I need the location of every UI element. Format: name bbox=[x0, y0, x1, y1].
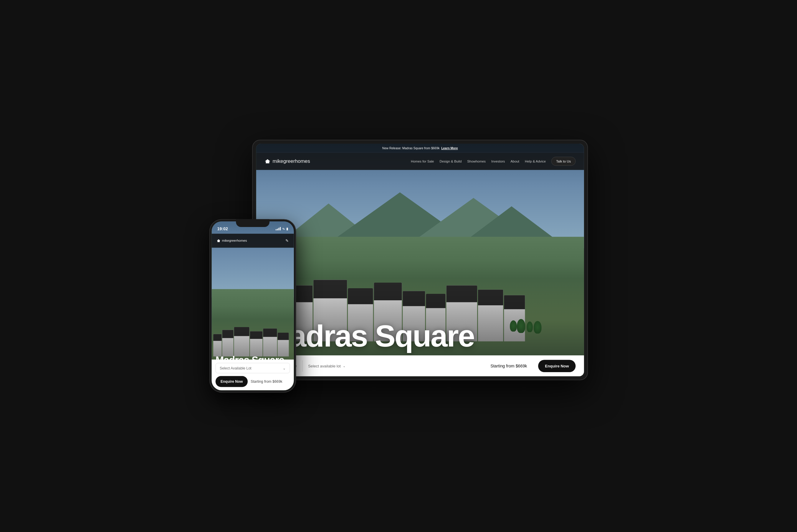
edit-icon[interactable]: ✎ bbox=[285, 238, 289, 243]
logo-text: mikegreerhomes bbox=[273, 158, 310, 164]
phone-price: Starting from $669k bbox=[251, 379, 282, 383]
signal-bar-1 bbox=[275, 229, 276, 230]
signal-bar-2 bbox=[277, 228, 278, 230]
navbar: mikegreerhomes Homes for Sale Design & B… bbox=[256, 152, 584, 170]
announcement-bar: New Release: Madras Square from $669k Le… bbox=[256, 144, 584, 152]
signal-bar-3 bbox=[278, 228, 279, 230]
status-time: 19:02 bbox=[217, 226, 228, 231]
phone-enquire-now-button[interactable]: Enquire Now bbox=[215, 376, 248, 387]
announcement-link[interactable]: Learn More bbox=[441, 146, 458, 150]
lot-selector[interactable]: Select available lot ⌄ bbox=[308, 364, 484, 368]
lot-placeholder: Select available lot bbox=[308, 364, 340, 368]
scene: New Release: Madras Square from $669k Le… bbox=[209, 139, 588, 393]
hero-text: Madras Square bbox=[256, 320, 584, 351]
phone-device: 19:02 ∿ ▮ mi bbox=[209, 219, 296, 393]
logo[interactable]: mikegreerhomes bbox=[264, 158, 310, 164]
divider bbox=[302, 360, 302, 371]
phone-lot-placeholder: Select Available Lot bbox=[219, 366, 251, 370]
bottom-bar: Madras Square Select available lot ⌄ Sta… bbox=[256, 355, 584, 376]
hero-title: Madras Square bbox=[264, 320, 575, 351]
wifi-icon: ∿ bbox=[282, 227, 285, 230]
phone-lot-selector[interactable]: Select Available Lot ⌄ bbox=[215, 363, 290, 373]
nav-help-advice[interactable]: Help & Advice bbox=[525, 159, 546, 163]
price-label: Starting from $669k bbox=[490, 363, 527, 368]
nav-investors[interactable]: Investors bbox=[491, 159, 504, 163]
chevron-down-icon: ⌄ bbox=[343, 364, 346, 368]
logo-icon bbox=[264, 159, 271, 164]
phone-chevron-down-icon: ⌄ bbox=[282, 366, 285, 370]
announcement-text: New Release: Madras Square from $669k bbox=[382, 146, 440, 150]
nav-design-build[interactable]: Design & Build bbox=[440, 159, 462, 163]
status-icons: ∿ ▮ bbox=[275, 227, 288, 230]
signal-bar-4 bbox=[280, 227, 281, 230]
nav-links: Homes for Sale Design & Build Showhomes … bbox=[411, 157, 575, 166]
tablet-screen: New Release: Madras Square from $669k Le… bbox=[256, 144, 584, 376]
phone-bottom-bar: Select Available Lot ⌄ Enquire Now Start… bbox=[211, 360, 294, 391]
phone-enquire-row: Enquire Now Starting from $669k bbox=[215, 376, 290, 387]
phone-navbar: mikegreerhomes ✎ bbox=[211, 233, 294, 248]
signal-icon bbox=[275, 227, 280, 230]
nav-showhomes[interactable]: Showhomes bbox=[467, 159, 486, 163]
phone-logo[interactable]: mikegreerhomes bbox=[217, 239, 247, 242]
tablet-device: New Release: Madras Square from $669k Le… bbox=[252, 139, 588, 380]
phone-screen: 19:02 ∿ ▮ mi bbox=[211, 222, 294, 391]
phone-notch bbox=[236, 219, 270, 227]
enquire-now-button[interactable]: Enquire Now bbox=[538, 360, 575, 372]
nav-homes-for-sale[interactable]: Homes for Sale bbox=[411, 159, 434, 163]
battery-icon: ▮ bbox=[286, 227, 288, 230]
phone-logo-text: mikegreerhomes bbox=[222, 239, 247, 242]
talk-to-us-button[interactable]: Talk to Us bbox=[551, 157, 575, 166]
phone-logo-icon bbox=[217, 239, 220, 242]
nav-about[interactable]: About bbox=[511, 159, 519, 163]
